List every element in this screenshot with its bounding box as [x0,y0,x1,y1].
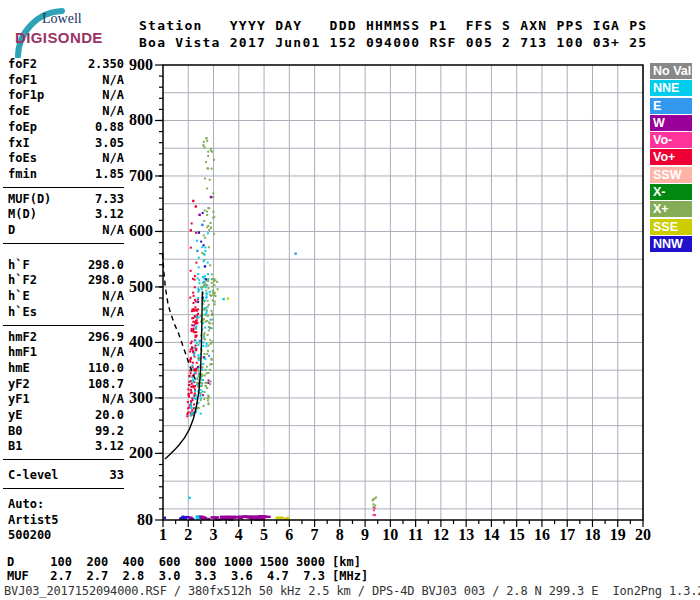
param-label: foEs [8,151,37,167]
param-row: hmE110.0 [8,361,124,377]
param-value: 3.05 [95,136,124,152]
param-label: fmin [8,167,37,183]
param-row: foEp0.88 [8,120,124,136]
ionogram-plot [149,63,651,545]
param-row: foF1N/A [8,73,124,89]
scatter-points [164,137,377,521]
x-axis-tick-label: 7 [302,526,328,544]
param-value: 3.12 [95,207,124,223]
param-label: hmE [8,361,30,377]
param-value: N/A [102,88,124,104]
y-axis-tick-label: 300 [119,389,153,407]
param-row: h`EN/A [8,289,124,305]
param-label: hmF2 [8,330,37,346]
x-axis-tick-label: 1 [150,526,176,544]
param-label: MUF(D) [8,192,51,208]
param-label: h`F2 [8,273,37,289]
x-axis-tick-label: 15 [504,526,530,544]
parameter-panel: foF22.350foF1N/AfoF1pN/AfoEN/AfoEp0.88fx… [8,57,124,544]
param-value: N/A [102,73,124,89]
header-line1: Station YYYY DAY DDD HHMMSS P1 FFS S AXN… [139,18,647,33]
y-axis-tick-label: 600 [119,222,153,240]
param-row: MUF(D)7.33 [8,192,124,208]
param-row: hmF1N/A [8,345,124,361]
param-value: 33 [110,468,124,484]
legend-item-sse: SSE [650,219,692,235]
header-text: Station YYYY DAY DDD HHMMSS P1 FFS S AXN… [139,17,647,51]
panel-divider [3,325,124,326]
muf-table-muf-row: MUF 2.7 2.7 2.8 3.0 3.3 3.6 4.7 7.3 [MHz… [7,569,368,583]
param-value: 7.33 [95,192,124,208]
plot-frame [163,65,643,520]
param-row: foEsN/A [8,151,124,167]
legend-item-nne: NNE [650,80,692,96]
param-value: 20.0 [95,408,124,424]
param-label: D [8,223,15,239]
panel-divider [3,488,124,489]
legend-item-nnw: NNW [650,236,692,252]
y-axis-tick-label: 900 [119,56,153,74]
param-label: fxI [8,136,30,152]
param-row: B099.2 [8,424,124,440]
x-axis-tick-label: 16 [529,526,555,544]
param-row: fxI3.05 [8,136,124,152]
param-label: foF2 [8,57,37,73]
logo-text-digisonde: DIGISONDE [15,29,103,46]
param-row: M(D)3.12 [8,207,124,223]
panel-divider [3,459,124,460]
param-label: foE [8,104,30,120]
y-axis-tick-label: 800 [119,111,153,129]
grid [163,65,643,520]
x-axis-tick-label: 10 [377,526,403,544]
param-value: N/A [102,151,124,167]
panel-divider [3,243,124,244]
logo: Lowell DIGISONDE [6,6,126,54]
logo-text-lowell: Lowell [42,11,82,27]
param-label: h`F [8,258,30,274]
param-row: foF22.350 [8,57,124,73]
param-label: M(D) [8,207,37,223]
param-row: h`F2298.0 [8,273,124,289]
x-axis-tick-label: 19 [605,526,631,544]
x-axis-tick-label: 4 [226,526,252,544]
param-label: h`Es [8,305,37,321]
legend-item-vo: Vo+ [650,149,692,165]
param-row: hmF2296.9 [8,330,124,346]
x-axis-tick-label: 5 [251,526,277,544]
param-row: fmin1.85 [8,167,124,183]
param-label: h`E [8,289,30,305]
x-axis-tick-label: 13 [453,526,479,544]
x-axis-tick-label: 8 [327,526,353,544]
param-row: foF1pN/A [8,88,124,104]
param-row: yE20.0 [8,408,124,424]
x-axis-tick-label: 20 [630,526,656,544]
param-label: B1 [8,439,22,455]
param-value: 99.2 [95,424,124,440]
param-row: C-level33 [8,468,124,484]
param-row: h`EsN/A [8,305,124,321]
param-label: C-level [8,468,59,484]
param-label: hmF1 [8,345,37,361]
y-axis-tick-label: 80 [119,511,153,529]
param-label: foF1p [8,88,44,104]
param-label: foF1 [8,73,37,89]
legend-item-e: E [650,98,692,114]
legend-item-x: X+ [650,201,692,217]
footer-info: BVJ03_2017152094000.RSF / 380fx512h 50 k… [4,584,700,598]
header-line2: Boa Vista 2017 Jun01 152 094000 RSF 005 … [139,35,647,50]
param-label: yF2 [8,377,30,393]
panel-footer-line: Auto: [8,497,124,513]
legend-item-noval: No Val [650,63,692,79]
param-row: DN/A [8,223,124,239]
x-axis-tick-label: 9 [352,526,378,544]
legend-item-vo: Vo- [650,132,692,148]
ionogram-app: { "logo": {"top": "Lowell", "bottom": "D… [0,0,700,600]
param-row: yF2108.7 [8,377,124,393]
panel-divider [3,187,124,188]
legend-item-w: W [650,115,692,131]
x-axis-tick-label: 3 [201,526,227,544]
param-label: yF1 [8,392,30,408]
y-axis-tick-label: 200 [119,444,153,462]
x-axis-tick-label: 18 [579,526,605,544]
param-value: 298.0 [88,258,124,274]
